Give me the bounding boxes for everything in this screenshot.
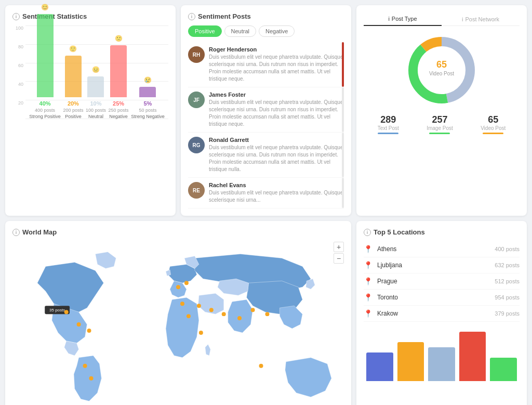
bar-label-0: Strong Positive: [29, 114, 61, 119]
map-area: 35 posts: [12, 241, 344, 405]
sentiment-posts-title: i Sentiment Posts: [188, 12, 344, 20]
tab-positive[interactable]: Positive: [188, 25, 222, 37]
country-madagascar: [205, 344, 210, 356]
map-dot-8: [180, 302, 184, 306]
country-canada: [37, 262, 104, 312]
bar-face-4: 😢: [144, 76, 152, 84]
loc-bar-0: [366, 352, 393, 381]
location-icon-0: 📍: [364, 245, 373, 253]
country-se-asia: [280, 306, 302, 329]
country-india: [228, 299, 253, 333]
bar-count-2: 100 posts: [86, 108, 106, 113]
loc-bar-wrap-1: [397, 329, 424, 381]
map-dot-3: [87, 329, 91, 333]
sentiment-bar-1: [342, 87, 344, 132]
bar-pct-0: 40%: [39, 100, 51, 107]
map-dot-10: [197, 304, 201, 308]
post-author-1: James Foster: [209, 92, 344, 98]
donut-center-number: 65: [436, 59, 447, 70]
tab-neutral[interactable]: Neutral: [224, 25, 256, 37]
country-greenland: [96, 252, 116, 269]
stat-number-2: 65: [481, 114, 506, 125]
location-item-2: 📍 Prague 512 posts: [364, 273, 520, 290]
location-name-4: Krakow: [377, 310, 495, 317]
map-dot-1: [64, 310, 69, 314]
location-posts-0: 400 posts: [495, 246, 520, 252]
country-australia: [285, 358, 331, 397]
bar-count-1: 200 posts: [63, 108, 83, 113]
posts-list: RH Roger Henderson Duis vestibulum elit …: [188, 42, 344, 208]
map-dot-2: [77, 322, 81, 326]
y-axis: 100 80 60 40 20: [12, 25, 25, 119]
loc-bar-wrap-3: [459, 329, 486, 381]
location-icon-1: 📍: [364, 261, 373, 269]
stat-number-0: 289: [378, 114, 399, 125]
location-name-3: Toronto: [377, 294, 495, 301]
stat-label-0: Text Post: [378, 125, 399, 131]
post-type-stats: 289 Text Post 257 Image Post 65 Video Po…: [364, 114, 520, 134]
location-item-3: 📍 Toronto 954 posts: [364, 290, 520, 306]
post-author-2: Ronald Garrett: [209, 137, 344, 143]
bar-wrapper-3: 🙁: [110, 45, 127, 97]
country-south-america: [74, 356, 101, 401]
tab-post-network[interactable]: i Post Network: [442, 12, 520, 25]
bar-pct-2: 10%: [90, 100, 101, 107]
post-type-card: i Post Type i Post Network 65 Video Post: [356, 5, 527, 216]
map-dot-7: [184, 281, 189, 285]
bar-4: 😢: [139, 87, 156, 97]
post-item-1: JF James Foster Duis vestibulum elit vel…: [188, 87, 344, 133]
bar-wrapper-4: 😢: [139, 87, 156, 97]
post-avatar-3: RE: [188, 182, 205, 199]
stat-label-1: Image Post: [427, 125, 453, 131]
info-icon-map: i: [12, 229, 20, 236]
stat-label-2: Video Post: [481, 125, 506, 131]
world-map-title: i World Map: [12, 228, 344, 236]
map-tooltip-text: 35 posts: [49, 308, 65, 312]
loc-bar-2: [428, 347, 455, 381]
post-text-1: Duis vestibulum elit vel neque pharetra …: [209, 99, 344, 128]
loc-bar-1: [397, 342, 424, 381]
bars-container: 😊 40% 400 posts Strong Positive 🙂 20% 20…: [25, 25, 168, 119]
post-content-1: James Foster Duis vestibulum elit vel ne…: [209, 92, 344, 128]
bar-face-1: 🙂: [69, 45, 77, 53]
bar-wrapper-0: 😊: [37, 14, 54, 97]
stat-item-0: 289 Text Post: [378, 114, 399, 134]
sentiment-bar-0: [342, 42, 344, 87]
bar-face-3: 🙁: [115, 35, 123, 42]
top-locations-card: i Top 5 Locations 📍 Athens 400 posts 📍 L…: [356, 221, 527, 405]
bar-pct-3: 25%: [113, 100, 124, 107]
bar-wrapper-2: 😐: [87, 76, 104, 97]
post-content-0: Roger Henderson Duis vestibulum elit vel…: [209, 46, 344, 83]
post-text-2: Duis vestibulum elit vel neque pharetra …: [209, 144, 344, 173]
bar-pct-1: 20%: [68, 100, 79, 107]
bar-group-2: 😐 10% 100 posts Neutral: [86, 76, 106, 119]
stat-bar-0: [378, 133, 398, 134]
post-author-0: Roger Henderson: [209, 46, 344, 53]
post-item-0: RH Roger Henderson Duis vestibulum elit …: [188, 42, 344, 87]
donut-container: 65 Video Post: [364, 31, 520, 109]
filter-tabs: Positive Neutral Negative: [188, 25, 344, 37]
post-item-2: RG Ronald Garrett Duis vestibulum elit v…: [188, 133, 344, 178]
map-dot-9: [187, 314, 191, 318]
map-dot-4: [83, 364, 87, 368]
map-dot-5: [89, 376, 94, 381]
bar-face-2: 😐: [92, 66, 100, 73]
donut-chart: 65 Video Post: [403, 31, 481, 109]
sentiment-chart-area: 100 80 60 40 20 😊 40% 400 pos: [12, 25, 168, 135]
info-icon: i: [12, 13, 20, 20]
top-locations-title: i Top 5 Locations: [364, 228, 520, 236]
post-author-3: Rachel Evans: [209, 182, 344, 188]
loc-bar-wrap-0: [366, 329, 393, 381]
tab-post-type[interactable]: i Post Type: [364, 12, 442, 26]
bar-label-2: Neutral: [88, 114, 103, 119]
info-icon-pn: i: [462, 16, 463, 22]
map-dot-14: [251, 308, 255, 312]
location-icon-3: 📍: [364, 293, 373, 302]
tab-negative[interactable]: Negative: [259, 25, 295, 37]
map-dot-13: [237, 316, 242, 320]
bar-pct-4: 5%: [143, 100, 152, 107]
map-dot-6: [176, 285, 180, 289]
locations-list: 📍 Athens 400 posts 📍 Ljubljana 632 posts…: [364, 241, 520, 322]
map-dot-12: [222, 312, 226, 316]
bar-1: 🙂: [65, 56, 82, 97]
